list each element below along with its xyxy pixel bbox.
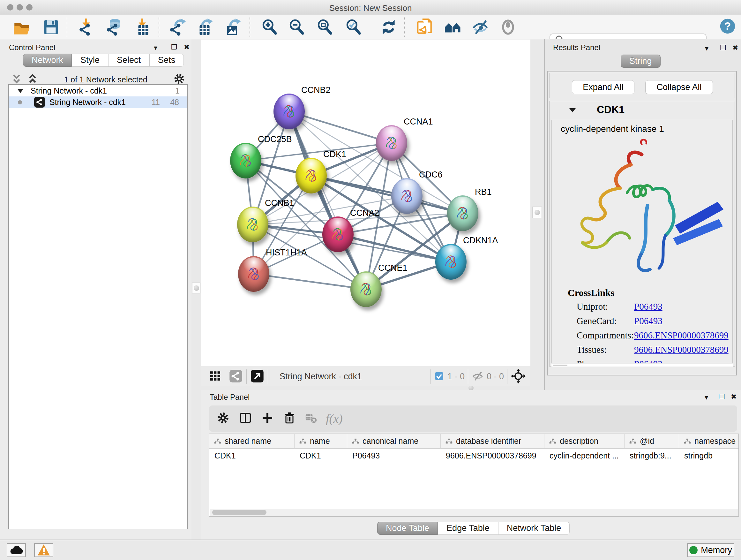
crosslink-link[interactable]: 9606.ENSP00000378699 [634,330,729,341]
crosslink-row: GeneCard: P06493 [552,316,732,330]
right-splitter-grip[interactable] [532,206,542,218]
network-from-file-icon[interactable] [414,17,434,37]
table-cell[interactable]: P06493 [347,451,441,460]
collapse-all-trees-icon[interactable] [11,73,22,86]
hidden-eye-icon[interactable] [471,370,484,384]
refresh-icon[interactable] [379,17,399,37]
show-all-icon[interactable] [498,17,518,37]
tab-string[interactable]: String [621,55,661,68]
table-options-gear-icon[interactable] [216,411,230,426]
results-scrollbar[interactable] [551,364,733,367]
network-canvas[interactable]: CCNB2CCNA1CDC25BCDK1CDC6RB1CCNB1CCNA2CDK… [201,40,530,367]
warnings-button[interactable] [34,543,53,557]
import-network-database-icon[interactable] [104,17,125,37]
table-cell[interactable]: 9606.ENSP00000378699 [441,451,544,460]
network-node-cdc6[interactable] [391,178,422,214]
network-node-cdc25b[interactable] [230,143,261,179]
tab-edge-table[interactable]: Edge Table [438,522,498,535]
panel-close-icon[interactable]: ✖ [732,44,738,52]
table-row[interactable]: CDK1CDK1P064939606.ENSP00000378699cyclin… [209,449,738,462]
help-button[interactable]: ? [718,17,738,36]
panel-float-icon[interactable]: ❐ [719,393,725,401]
birdseye-grid-icon[interactable] [208,369,223,385]
detach-view-icon[interactable] [250,369,265,385]
column-header-name[interactable]: name [294,434,347,448]
scrollbar-thumb[interactable] [212,510,266,515]
panel-float-icon[interactable]: ❐ [720,44,726,52]
fit-content-crosshair-icon[interactable] [511,368,526,385]
string-view-icon[interactable] [228,369,243,385]
create-column-icon[interactable] [261,411,274,426]
import-table-icon[interactable] [133,17,153,37]
table-cell[interactable]: stringdb [679,451,739,460]
right-splitter[interactable] [530,39,544,390]
crosslink-link[interactable]: 9606.ENSP00000378699 [634,345,729,355]
panel-close-icon[interactable]: ✖ [731,393,737,401]
control-panel: Control Panel ▾ ❐ ✖ NetworkStyleSelectSe… [0,39,192,540]
panel-close-icon[interactable]: ✖ [184,43,190,51]
table-cell[interactable]: CDK1 [294,451,347,460]
network-node-cdk1[interactable] [295,158,327,193]
open-session-icon[interactable] [11,17,32,37]
panel-collapse-icon[interactable]: ▾ [154,44,157,52]
tab-node-table[interactable]: Node Table [377,522,438,535]
left-splitter[interactable] [192,39,201,540]
network-node-ccnb2[interactable] [273,94,305,129]
export-image-icon[interactable] [222,17,243,37]
hide-selected-icon[interactable] [470,17,490,37]
network-node-ccna1[interactable] [376,125,407,161]
table-cell[interactable]: CDK1 [209,451,294,460]
first-neighbors-icon[interactable] [443,17,463,37]
tree-expander-icon[interactable] [17,89,23,93]
show-columns-icon[interactable] [239,411,253,426]
export-table-icon[interactable] [194,17,214,37]
crosslink-link[interactable]: P06493 [634,316,663,326]
export-network-icon[interactable] [167,17,188,37]
column-header-shared-name[interactable]: shared name [209,434,294,448]
table-horizontal-scrollbar[interactable] [210,509,738,516]
panel-collapse-icon[interactable]: ▾ [705,44,709,53]
network-row[interactable]: String Network - cdk1 11 48 [9,97,187,108]
panel-collapse-icon[interactable]: ▾ [704,393,708,401]
memory-button[interactable]: Memory [687,543,734,557]
expand-all-trees-icon[interactable] [27,73,38,86]
zoom-fit-icon[interactable] [315,17,335,37]
zoom-in-icon[interactable] [259,17,280,37]
table-cell[interactable]: cyclin-dependent ... [544,451,624,460]
network-node-rb1[interactable] [447,195,478,231]
selected-checkbox-icon[interactable] [434,371,444,382]
panel-float-icon[interactable]: ❐ [171,43,178,51]
network-node-ccnb1[interactable] [237,206,268,242]
tab-network-table[interactable]: Network Table [498,522,570,535]
tab-sets[interactable]: Sets [149,54,184,67]
delete-column-icon[interactable] [282,411,296,426]
save-session-icon[interactable] [41,17,61,37]
toolbar-separator [404,17,405,37]
network-node-hist1h1a[interactable] [238,256,269,292]
column-header-database-identifier[interactable]: database identifier [441,434,544,448]
protein-structure-thumbnail [397,186,417,206]
zoom-out-icon[interactable] [286,17,307,37]
network-node-ccna2[interactable] [322,216,354,252]
column-header--id[interactable]: @id [624,434,679,448]
column-header-namespace[interactable]: namespace [679,434,739,448]
network-node-ccne1[interactable] [350,271,382,307]
crosslink-link[interactable]: P06493 [634,301,663,312]
protein-expander-icon[interactable] [569,108,576,112]
crosslink-link[interactable]: P06493 [634,359,663,363]
column-header-description[interactable]: description [544,434,624,448]
expand-all-button[interactable]: Expand All [572,80,634,94]
network-node-cdkn1a[interactable] [435,244,467,280]
tab-style[interactable]: Style [72,54,108,67]
table-cell[interactable]: stringdb:9... [624,451,679,460]
column-header-canonical-name[interactable]: canonical name [347,434,441,448]
import-network-file-icon[interactable] [77,17,97,37]
left-splitter-grip[interactable] [192,283,200,294]
tab-network[interactable]: Network [23,54,72,67]
zoom-selected-icon[interactable] [343,17,364,37]
node-table[interactable]: shared namenamecanonical namedatabase id… [209,434,739,516]
tab-select[interactable]: Select [108,54,149,67]
collapse-all-button[interactable]: Collapse All [645,80,713,94]
network-collection-row[interactable]: String Network - cdk1 1 [9,85,187,97]
cloud-status-button[interactable] [7,543,26,557]
